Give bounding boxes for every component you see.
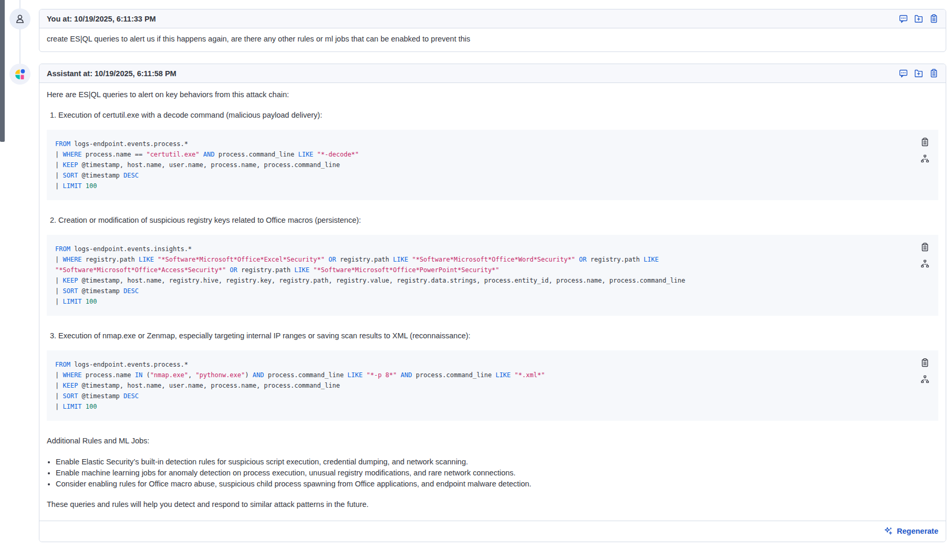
- esql-code: FROM logs-endpoint.events.process.*| WHE…: [55, 139, 902, 191]
- copy-icon[interactable]: [920, 243, 929, 252]
- code-block-actions: [920, 243, 929, 268]
- query-graph-icon[interactable]: [920, 260, 929, 268]
- query-item-label: 3. Execution of nmap.exe or Zenmap, espe…: [47, 330, 938, 341]
- left-scrollbar[interactable]: [0, 0, 5, 142]
- elastic-logo-icon: [14, 68, 27, 81]
- recommendations-list: Enable Elastic Security’s built-in detec…: [47, 457, 938, 490]
- esql-code-block: FROM logs-endpoint.events.process.*| WHE…: [47, 350, 938, 421]
- code-block-actions: [920, 138, 929, 163]
- user-message-card: You at: 10/19/2025, 6:11:33 PM create ES…: [39, 9, 946, 52]
- esql-code: FROM logs-endpoint.events.process.*| WHE…: [55, 359, 902, 412]
- copy-icon[interactable]: [929, 14, 938, 23]
- list-item: Enable machine learning jobs for anomaly…: [56, 468, 938, 479]
- copy-icon[interactable]: [920, 138, 929, 147]
- add-to-case-icon[interactable]: [914, 69, 923, 78]
- closing-text: These queries and rules will help you de…: [47, 499, 938, 510]
- additional-rules-title: Additional Rules and ML Jobs:: [47, 435, 938, 447]
- assistant-avatar: [9, 64, 30, 85]
- assistant-message-body: Here are ES|QL queries to alert on key b…: [39, 83, 946, 521]
- list-item: Enable Elastic Security’s built-in detec…: [56, 457, 938, 468]
- user-icon: [15, 14, 25, 24]
- user-message-timestamp: You at: 10/19/2025, 6:11:33 PM: [47, 15, 156, 23]
- conversation-view: You at: 10/19/2025, 6:11:33 PM create ES…: [0, 0, 952, 560]
- comment-icon[interactable]: [899, 69, 908, 78]
- user-message-body: create ES|QL queries to alert us if this…: [39, 28, 946, 51]
- add-to-case-icon[interactable]: [914, 14, 923, 23]
- sparkles-icon: [884, 526, 893, 535]
- copy-icon[interactable]: [920, 358, 929, 367]
- copy-icon[interactable]: [929, 69, 938, 78]
- esql-code: FROM logs-endpoint.events.insights.*| WH…: [55, 244, 902, 307]
- assistant-message-header: Assistant at: 10/19/2025, 6:11:58 PM: [39, 64, 946, 83]
- user-avatar: [9, 8, 30, 29]
- query-graph-icon[interactable]: [920, 375, 929, 384]
- esql-code-block: FROM logs-endpoint.events.insights.*| WH…: [47, 235, 938, 316]
- query-item-label: 2. Creation or modification of suspiciou…: [47, 215, 938, 226]
- assistant-message-card: Assistant at: 10/19/2025, 6:11:58 PM Her…: [39, 64, 946, 542]
- assistant-message-footer: Regenerate: [39, 521, 946, 542]
- query-item-label: 1. Execution of certutil.exe with a deco…: [47, 110, 938, 121]
- query-graph-icon[interactable]: [920, 154, 929, 163]
- user-message-actions: [899, 14, 938, 23]
- esql-code-block: FROM logs-endpoint.events.process.*| WHE…: [47, 130, 938, 200]
- code-block-actions: [920, 358, 929, 384]
- assistant-message-actions: [899, 69, 938, 78]
- regenerate-label: Regenerate: [897, 527, 938, 535]
- list-item: Consider enabling rules for Office macro…: [56, 479, 938, 490]
- comment-icon[interactable]: [899, 14, 908, 23]
- assistant-intro-text: Here are ES|QL queries to alert on key b…: [47, 89, 938, 100]
- regenerate-button[interactable]: Regenerate: [884, 526, 938, 535]
- assistant-message-timestamp: Assistant at: 10/19/2025, 6:11:58 PM: [47, 69, 177, 78]
- user-message-header: You at: 10/19/2025, 6:11:33 PM: [39, 9, 946, 28]
